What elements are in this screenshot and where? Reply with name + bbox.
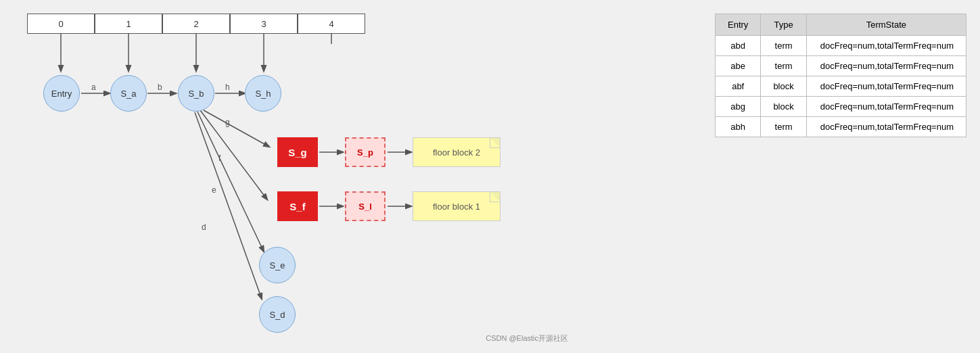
svg-line-11 [195,112,262,299]
cell-entry: abd [716,36,761,56]
table-row: abgblockdocFreq=num,totalTermFreq=num [716,97,966,117]
edge-label-a: a [91,83,96,92]
node-floor-block-2: floor block 2 [413,137,500,167]
array-cell-2: 2 [162,14,230,34]
node-s-a: S_a [110,75,147,112]
table-area: Entry Type TermState abdtermdocFreq=num,… [715,14,966,137]
array-header: 0 1 2 3 4 [27,14,365,34]
cell-type: block [761,97,806,117]
svg-line-10 [197,112,264,252]
edge-label-b: b [158,83,162,92]
cell-termstate: docFreq=num,totalTermFreq=num [806,36,966,56]
edge-label-g: g [225,118,230,127]
node-floor-block-1: floor block 1 [413,191,500,221]
edge-label-f: f [218,154,221,163]
col-header-termstate: TermState [806,14,966,36]
col-header-entry: Entry [716,14,761,36]
node-s-d: S_d [259,296,296,333]
main-container: 0 1 2 3 4 S_a --> [0,0,980,353]
table-row: abdtermdocFreq=num,totalTermFreq=num [716,36,966,56]
edge-label-h: h [225,83,230,92]
cell-termstate: docFreq=num,totalTermFreq=num [806,56,966,76]
node-s-l: S_l [345,191,386,221]
edge-label-d: d [202,222,206,232]
node-s-p: S_p [345,137,386,167]
cell-termstate: docFreq=num,totalTermFreq=num [806,97,966,117]
cell-type: term [761,56,806,76]
cell-entry: abg [716,97,761,117]
cell-type: term [761,36,806,56]
cell-entry: abf [716,76,761,97]
cell-type: term [761,117,806,137]
node-entry: Entry [43,75,80,112]
array-cell-3: 3 [230,14,298,34]
node-s-e: S_e [259,247,296,283]
table-row: abfblockdocFreq=num,totalTermFreq=num [716,76,966,97]
col-header-type: Type [761,14,806,36]
cell-termstate: docFreq=num,totalTermFreq=num [806,76,966,97]
node-s-g: S_g [277,137,318,167]
cell-entry: abe [716,56,761,76]
diagram-area: 0 1 2 3 4 S_a --> [14,7,575,345]
table-row: abetermdocFreq=num,totalTermFreq=num [716,56,966,76]
edge-label-e: e [212,185,216,195]
node-s-b: S_b [178,75,214,112]
svg-line-8 [204,110,269,147]
array-cell-1: 1 [95,14,162,34]
node-s-h: S_h [245,75,281,112]
cell-termstate: docFreq=num,totalTermFreq=num [806,117,966,137]
table-row: abhtermdocFreq=num,totalTermFreq=num [716,117,966,137]
array-cell-4: 4 [298,14,365,34]
node-s-f: S_f [277,191,318,221]
cell-entry: abh [716,117,761,137]
array-cell-0: 0 [27,14,95,34]
data-table: Entry Type TermState abdtermdocFreq=num,… [715,14,966,137]
cell-type: block [761,76,806,97]
arrows-svg: S_a --> a S_b --> b S_h --> h S_g (red r… [14,7,575,345]
footer-text: CSDN @Elastic开源社区 [486,333,568,344]
svg-line-9 [200,110,267,199]
